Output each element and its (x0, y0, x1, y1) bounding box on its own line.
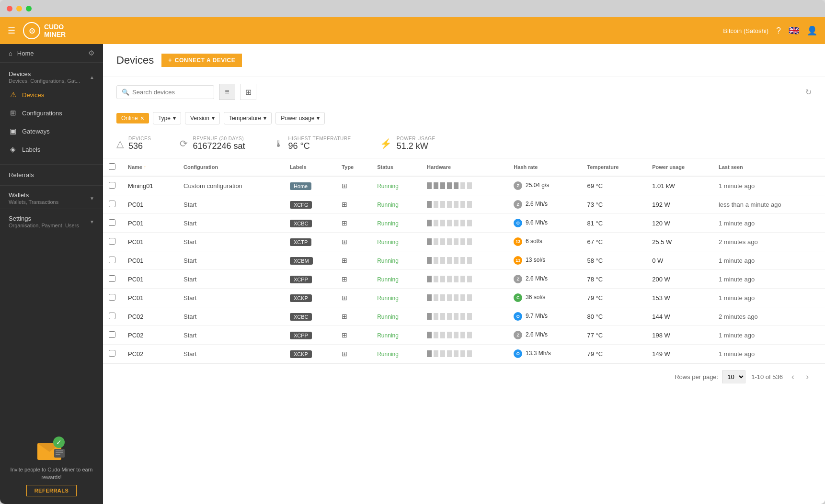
version-filter-dropdown[interactable]: Version ▾ (185, 112, 220, 124)
connect-device-button[interactable]: + CONNECT A DEVICE (161, 54, 242, 67)
row-lastseen: 2 minutes ago (713, 307, 825, 326)
wallets-collapse-icon[interactable]: ▼ (90, 196, 94, 201)
row-label: XCPP (284, 270, 336, 289)
page-title: Devices (116, 54, 154, 67)
row-power: 1.01 kW (646, 176, 713, 195)
os-icon: ⊞ (342, 294, 347, 302)
row-power: 153 W (646, 289, 713, 307)
status-badge: Running (377, 202, 399, 208)
row-config: Start (178, 270, 284, 289)
row-hardware (421, 176, 508, 195)
row-hashrate: 13 13 sol/s (508, 251, 581, 270)
maximize-dot[interactable] (26, 6, 32, 11)
row-config: Start (178, 214, 284, 233)
select-all-checkbox[interactable] (109, 163, 115, 170)
user-icon[interactable]: 👤 (807, 25, 817, 36)
row-checkbox[interactable] (109, 257, 115, 263)
hardware-bar (427, 294, 502, 301)
grid-view-button[interactable]: ⊞ (240, 84, 256, 100)
sidebar-item-devices[interactable]: ⚠ Devices (0, 86, 103, 104)
row-hashrate: Z 2.6 Mh/s (508, 326, 581, 345)
refresh-button[interactable]: ↻ (805, 88, 812, 97)
sidebar-item-home[interactable]: ⌂ Home (9, 50, 34, 57)
content-area: Devices + CONNECT A DEVICE 🔍 ≡ ⊞ ↻ (103, 44, 825, 504)
table-row: PC02 Start XCBC ⊞ Running O 9.7 Mh/s 80 … (103, 307, 825, 326)
settings-collapse-icon[interactable]: ▼ (90, 219, 94, 224)
table-header-row: Name ↑ Configuration Labels Type Status … (103, 158, 825, 176)
rows-per-page-select[interactable]: 10 25 50 (722, 370, 745, 383)
row-label: XCKP (284, 345, 336, 363)
col-labels[interactable]: Labels (284, 158, 336, 176)
os-icon: ⊞ (342, 201, 347, 208)
table-row: PC01 Start XCPP ⊞ Running Z 2.6 Mh/s 78 … (103, 270, 825, 289)
col-power[interactable]: Power usage (646, 158, 713, 176)
online-chip-remove[interactable]: × (140, 115, 144, 122)
sidebar-item-gateways[interactable]: ▣ Gateways (0, 122, 103, 140)
row-checkbox[interactable] (109, 238, 115, 245)
row-lastseen: 1 minute ago (713, 326, 825, 345)
labels-icon: ◈ (9, 145, 17, 154)
collapse-icon[interactable]: ▲ (90, 75, 94, 80)
row-name: PC02 (122, 326, 178, 345)
col-configuration[interactable]: Configuration (178, 158, 284, 176)
col-hashrate[interactable]: Hash rate (508, 158, 581, 176)
row-checkbox[interactable] (109, 275, 115, 282)
referrals-button[interactable]: REFERRALS (26, 485, 77, 496)
col-type[interactable]: Type (336, 158, 371, 176)
col-lastseen[interactable]: Last seen (713, 158, 825, 176)
type-filter-label: Type (158, 115, 171, 122)
row-checkbox[interactable] (109, 313, 115, 319)
wallets-heading: Wallets (9, 191, 58, 199)
row-checkbox[interactable] (109, 331, 115, 338)
temperature-filter-dropdown[interactable]: Temperature ▾ (224, 112, 272, 124)
language-flag[interactable]: 🇬🇧 (789, 25, 799, 36)
row-label: XCFG (284, 195, 336, 214)
status-badge: Running (377, 276, 399, 283)
row-temperature: 81 °C (581, 214, 646, 233)
hash-rate-value: 6 sol/s (526, 238, 542, 245)
sidebar-home-label: Home (17, 50, 34, 57)
prev-page-button[interactable]: ‹ (789, 371, 797, 383)
row-checkbox-cell (103, 233, 122, 251)
referral-promo: ✓ Invite people to Cudo Miner to earn re… (0, 426, 103, 504)
table-row: PC01 Start XCTP ⊞ Running 13 6 sol/s 67 … (103, 233, 825, 251)
currency-label[interactable]: Bitcoin (Satoshi) (723, 27, 768, 34)
online-filter-chip[interactable]: Online × (116, 113, 149, 123)
row-checkbox[interactable] (109, 182, 115, 189)
hamburger-menu[interactable]: ☰ (8, 25, 15, 36)
col-hardware[interactable]: Hardware (421, 158, 508, 176)
search-input[interactable] (132, 89, 209, 96)
sidebar-item-configurations[interactable]: ⊞ Configurations (0, 104, 103, 122)
sidebar-item-labels[interactable]: ◈ Labels (0, 140, 103, 158)
power-filter-dropdown[interactable]: Power usage ▾ (275, 112, 325, 124)
row-power: 192 W (646, 195, 713, 214)
col-status[interactable]: Status (371, 158, 421, 176)
row-name: PC01 (122, 270, 178, 289)
help-icon[interactable]: ? (776, 26, 781, 36)
label-badge: XCPP (290, 276, 312, 283)
row-temperature: 77 °C (581, 326, 646, 345)
row-checkbox[interactable] (109, 350, 115, 357)
minimize-dot[interactable] (16, 6, 22, 11)
col-temperature[interactable]: Temperature (581, 158, 646, 176)
type-filter-dropdown[interactable]: Type ▾ (153, 112, 181, 124)
top-nav: ☰ ⊙ CUDOMINER Bitcoin (Satoshi) ? 🇬🇧 👤 (0, 17, 825, 44)
sidebar-item-referrals[interactable]: Referrals (0, 167, 103, 183)
hash-rate-value: 9.7 Mh/s (526, 313, 548, 319)
logo-text: CUDOMINER (44, 23, 66, 38)
settings-gear-icon[interactable]: ⚙ (88, 49, 94, 57)
row-type: ⊞ (336, 214, 371, 233)
list-view-button[interactable]: ≡ (219, 84, 235, 100)
col-name[interactable]: Name ↑ (122, 158, 178, 176)
next-page-button[interactable]: › (803, 371, 812, 383)
row-hardware (421, 214, 508, 233)
row-checkbox[interactable] (109, 201, 115, 207)
row-temperature: 78 °C (581, 270, 646, 289)
row-checkbox[interactable] (109, 294, 115, 301)
stats-bar: △ DEVICES 536 ⟳ REVENUE (30 DAYS) 616722… (103, 129, 825, 158)
close-dot[interactable] (7, 6, 12, 11)
power-stat-label: POWER USAGE (397, 136, 435, 141)
coin-icon: O (514, 349, 522, 358)
row-checkbox[interactable] (109, 219, 115, 226)
row-label: XCKP (284, 289, 336, 307)
